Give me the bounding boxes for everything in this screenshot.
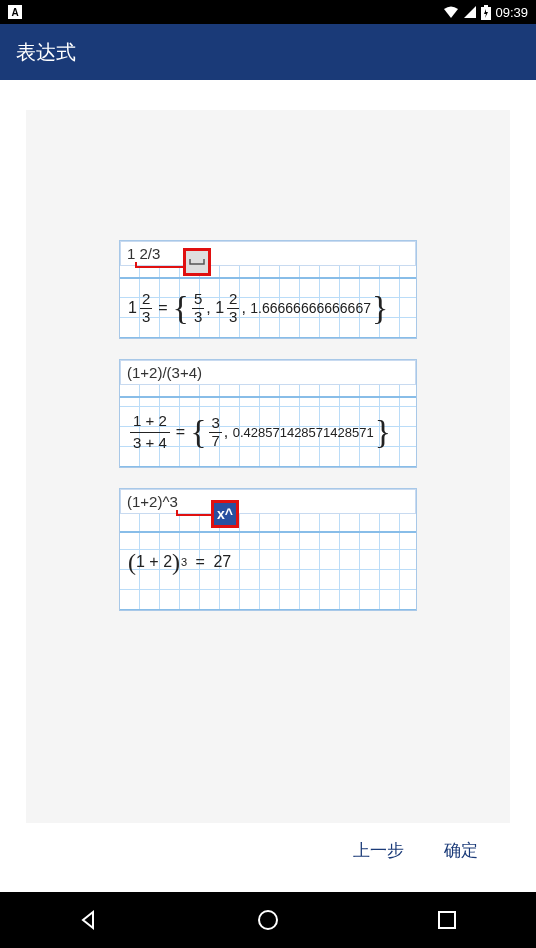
status-bar: A 09:39	[0, 0, 536, 24]
example-2: (1+2)/(3+4) 1 + 23 + 4 = { 37 , 0.428571…	[119, 359, 417, 468]
result-2: 1 + 23 + 4 = { 37 , 0.428571428571428571…	[120, 397, 416, 467]
example-3: (1+2)^3 x^ ( 1 + 2 ) 3 = 27	[119, 488, 417, 611]
svg-rect-3	[439, 912, 455, 928]
status-time: 09:39	[495, 5, 528, 20]
content-area: 1 2/3 123 = { 53 , 123 , 1.6666666666666…	[0, 80, 536, 892]
nav-back-icon[interactable]	[77, 908, 101, 932]
nav-home-icon[interactable]	[256, 908, 280, 932]
space-icon	[183, 248, 211, 276]
power-icon: x^	[211, 500, 239, 528]
example-1: 1 2/3 123 = { 53 , 123 , 1.6666666666666…	[119, 240, 417, 339]
input-2[interactable]: (1+2)/(3+4)	[120, 360, 416, 385]
back-button[interactable]: 上一步	[353, 839, 404, 862]
result-1: 123 = { 53 , 123 , 1.66666666666667 }	[120, 278, 416, 338]
battery-charging-icon	[481, 5, 491, 20]
dialog-buttons: 上一步 确定	[26, 823, 510, 872]
input-1[interactable]: 1 2/3	[120, 241, 416, 266]
tutorial-panel: 1 2/3 123 = { 53 , 123 , 1.6666666666666…	[26, 110, 510, 823]
app-bar: 表达式	[0, 24, 536, 80]
wifi-icon	[443, 5, 459, 19]
callout-line-1	[135, 266, 187, 268]
signal-icon	[463, 5, 477, 19]
result-3: ( 1 + 2 ) 3 = 27	[120, 532, 416, 610]
input-3[interactable]: (1+2)^3 x^	[120, 489, 416, 514]
app-title: 表达式	[16, 39, 76, 66]
ok-button[interactable]: 确定	[444, 839, 478, 862]
svg-point-2	[259, 911, 277, 929]
app-indicator-icon: A	[8, 5, 22, 19]
callout-line-3	[176, 514, 216, 516]
svg-rect-1	[484, 5, 488, 7]
navigation-bar	[0, 892, 536, 948]
nav-recent-icon[interactable]	[435, 908, 459, 932]
